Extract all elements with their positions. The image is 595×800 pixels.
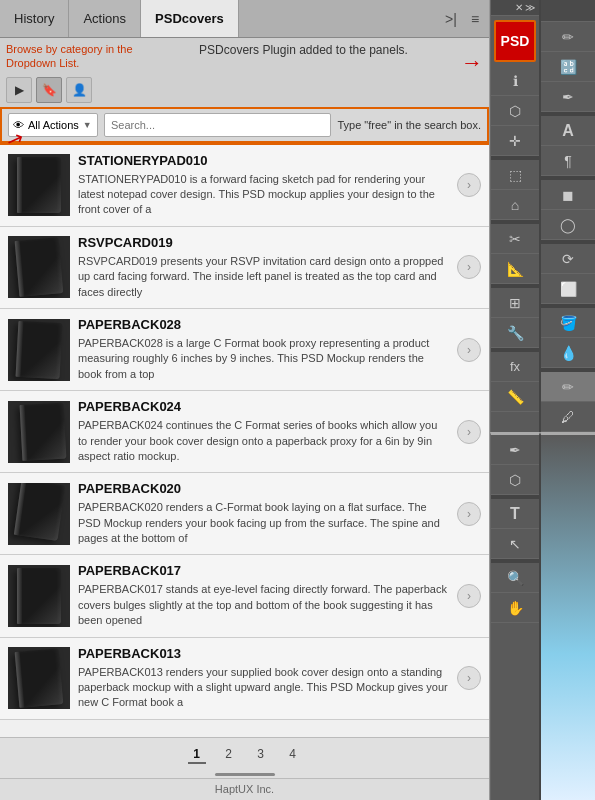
tool-icon-layers[interactable]: ◼ xyxy=(541,180,595,210)
search-hint: Type "free" in the search box. xyxy=(337,119,481,131)
tool-icon-info[interactable]: ℹ xyxy=(491,66,539,96)
tool-icon-measure[interactable]: 📐 xyxy=(491,254,539,284)
page-1-btn[interactable]: 1 xyxy=(188,746,206,764)
tab-extras: >| ≡ xyxy=(441,0,489,37)
item-title-6: PAPERBACK013 xyxy=(78,646,449,661)
tool-icon-shape[interactable]: ◯ xyxy=(541,210,595,240)
right-panels: ✕ ≫ PSD ℹ ⬡ ✛ ⬚ ⌂ ✂ 📐 ⊞ 🔧 fx 📏 ✏ xyxy=(490,0,595,800)
tab-psdcovers[interactable]: PSDcovers xyxy=(141,0,239,37)
item-desc-1: RSVPCARD019 presents your RSVP invitatio… xyxy=(78,254,449,300)
item-arrow-1[interactable]: › xyxy=(457,255,481,279)
book-image-0 xyxy=(17,157,61,213)
bookmark-btn[interactable]: 🔖 xyxy=(36,77,62,103)
tool-icon-dodge[interactable]: ✏ xyxy=(541,372,595,402)
item-content-0: STATIONERYPAD010 STATIONERYPAD010 is a f… xyxy=(78,153,449,218)
tool-icon-lasso[interactable]: ⌂ xyxy=(491,190,539,220)
item-thumb-0 xyxy=(8,154,70,216)
tool-icon-select2[interactable]: ↖ xyxy=(491,529,539,559)
play-btn[interactable]: ▶ xyxy=(6,77,32,103)
tools-panel-left: ✕ ≫ PSD ℹ ⬡ ✛ ⬚ ⌂ ✂ 📐 ⊞ 🔧 fx 📏 xyxy=(490,0,540,432)
list-item[interactable]: PAPERBACK020 PAPERBACK020 renders a C-Fo… xyxy=(0,473,489,555)
tab-actions[interactable]: Actions xyxy=(69,0,141,37)
tool-icon-fx[interactable]: fx xyxy=(491,352,539,382)
tool-icon-color-table[interactable]: ⊞ xyxy=(491,288,539,318)
item-thumb-1 xyxy=(8,236,70,298)
item-arrow-0[interactable]: › xyxy=(457,173,481,197)
list-item[interactable]: PAPERBACK017 PAPERBACK017 stands at eye-… xyxy=(0,555,489,637)
close-panel-btn[interactable]: ✕ xyxy=(515,2,523,13)
tool-icon-stamp[interactable]: 🔡 xyxy=(541,52,595,82)
annotation-toolbar-row: Browse by category in the Dropdown List.… xyxy=(0,38,489,107)
tool-icon-select[interactable]: ⬚ xyxy=(491,160,539,190)
item-arrow-5[interactable]: › xyxy=(457,584,481,608)
dropdown-arrow-icon: ▼ xyxy=(83,120,92,130)
tool-icon-fill[interactable]: 🪣 xyxy=(541,308,595,338)
tool-icon-path2[interactable]: ⬡ xyxy=(491,465,539,495)
expand-panel-btn[interactable]: ≫ xyxy=(525,2,535,13)
tab-history[interactable]: History xyxy=(0,0,69,37)
right-bottom-area: ✒ ⬡ T ↖ 🔍 ✋ xyxy=(490,432,595,800)
item-desc-0: STATIONERYPAD010 is a forward facing ske… xyxy=(78,172,449,218)
pagination-bar xyxy=(215,773,275,776)
items-list: STATIONERYPAD010 STATIONERYPAD010 is a f… xyxy=(0,145,489,737)
item-content-1: RSVPCARD019 RSVPCARD019 presents your RS… xyxy=(78,235,449,300)
list-item[interactable]: STATIONERYPAD010 STATIONERYPAD010 is a f… xyxy=(0,145,489,227)
list-item[interactable]: PAPERBACK028 PAPERBACK028 is a large C F… xyxy=(0,309,489,391)
tab-bar: History Actions PSDcovers >| ≡ xyxy=(0,0,489,38)
tool-icon-path[interactable]: ¶ xyxy=(541,146,595,176)
right-arrow-icon: → xyxy=(461,50,483,76)
item-arrow-4[interactable]: › xyxy=(457,502,481,526)
tool-icon-pen[interactable]: ✒ xyxy=(541,82,595,112)
tab-overflow-btn[interactable]: >| xyxy=(441,9,461,29)
tool-icon-ruler[interactable]: 📏 xyxy=(491,382,539,412)
item-title-3: PAPERBACK024 xyxy=(78,399,449,414)
tool-icon-crop[interactable]: ✂ xyxy=(491,224,539,254)
tab-menu-btn[interactable]: ≡ xyxy=(465,9,485,29)
item-thumb-6 xyxy=(8,647,70,709)
search-area: 👁 All Actions ▼ Type "free" in the searc… xyxy=(0,107,489,145)
page-2-btn[interactable]: 2 xyxy=(220,746,238,764)
item-content-3: PAPERBACK024 PAPERBACK024 continues the … xyxy=(78,399,449,464)
tool-icon-pen2[interactable]: ✒ xyxy=(491,435,539,465)
tool-icon-burn[interactable]: 🖊 xyxy=(541,402,595,432)
tool-icon-type[interactable]: A xyxy=(541,116,595,146)
tool-icon-adjust[interactable]: 🔧 xyxy=(491,318,539,348)
item-content-5: PAPERBACK017 PAPERBACK017 stands at eye-… xyxy=(78,563,449,628)
book-image-5 xyxy=(17,568,61,624)
tool-icon-eraser[interactable]: ⬜ xyxy=(541,274,595,304)
search-input[interactable] xyxy=(111,119,324,131)
plugin-annotation: PSDcovers Plugin added to the panels. xyxy=(199,42,408,59)
right-top-area: ✕ ≫ PSD ℹ ⬡ ✛ ⬚ ⌂ ✂ 📐 ⊞ 🔧 fx 📏 ✏ xyxy=(490,0,595,432)
psd-plugin-btn[interactable]: PSD xyxy=(494,20,536,62)
tools-panel-right: ✏ 🔡 ✒ A ¶ ◼ ◯ ⟳ ⬜ 🪣 💧 ✏ 🖊 xyxy=(540,0,595,432)
sky-gradient xyxy=(541,435,595,800)
item-thumb-5 xyxy=(8,565,70,627)
person-btn[interactable]: 👤 xyxy=(66,77,92,103)
dropdown-label: All Actions xyxy=(28,119,79,131)
tool-icon-brush[interactable]: ✏ xyxy=(541,22,595,52)
tool-icon-history-brush[interactable]: ⟳ xyxy=(541,244,595,274)
footer: HaptUX Inc. xyxy=(0,778,489,800)
book-image-2 xyxy=(16,320,63,378)
book-image-1 xyxy=(15,238,64,298)
item-arrow-3[interactable]: › xyxy=(457,420,481,444)
tool-icon-zoom[interactable]: 🔍 xyxy=(491,563,539,593)
list-item[interactable]: PAPERBACK013 PAPERBACK013 renders your s… xyxy=(0,638,489,720)
item-arrow-6[interactable]: › xyxy=(457,666,481,690)
main-panel: History Actions PSDcovers >| ≡ Browse by… xyxy=(0,0,490,800)
item-title-5: PAPERBACK017 xyxy=(78,563,449,578)
tool-icon-hand[interactable]: ✋ xyxy=(491,593,539,623)
tool-icon-blur[interactable]: 💧 xyxy=(541,338,595,368)
tool-icon-transform[interactable]: ✛ xyxy=(491,126,539,156)
item-desc-3: PAPERBACK024 continues the C Format seri… xyxy=(78,418,449,464)
tool-icon-3d[interactable]: ⬡ xyxy=(491,96,539,126)
list-item[interactable]: PAPERBACK024 PAPERBACK024 continues the … xyxy=(0,391,489,473)
page-4-btn[interactable]: 4 xyxy=(284,746,302,764)
page-3-btn[interactable]: 3 xyxy=(252,746,270,764)
toolbar-buttons: ▶ 🔖 👤 xyxy=(6,77,146,103)
item-content-6: PAPERBACK013 PAPERBACK013 renders your s… xyxy=(78,646,449,711)
item-arrow-2[interactable]: › xyxy=(457,338,481,362)
book-image-6 xyxy=(15,648,64,708)
tool-icon-type2[interactable]: T xyxy=(491,499,539,529)
list-item[interactable]: RSVPCARD019 RSVPCARD019 presents your RS… xyxy=(0,227,489,309)
